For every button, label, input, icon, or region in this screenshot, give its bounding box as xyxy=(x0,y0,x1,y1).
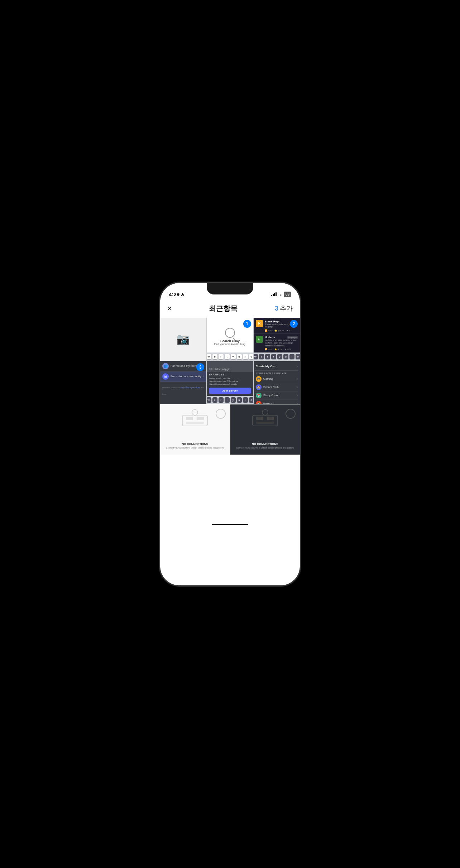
light-connections-title: NO CONNECTIONS xyxy=(182,442,208,446)
cell-replit[interactable]: 2 R Blank Repl A blank repl to build any… xyxy=(254,318,300,361)
svg-point-11 xyxy=(262,409,268,415)
friends-arrow-tmpl: › xyxy=(297,402,298,404)
template-school-club[interactable]: 🏫 School Club › xyxy=(255,383,298,392)
nodejs-name: Node.js xyxy=(265,336,275,339)
school-club-arrow: › xyxy=(297,385,298,389)
school-club-label: School Club xyxy=(263,385,279,389)
top-grid: 📷 1 Search eBay Find your next favorite … xyxy=(160,318,300,361)
discord-club-item[interactable]: 🏛 For a club or community › xyxy=(160,371,206,382)
close-button[interactable]: × xyxy=(167,304,172,313)
svg-rect-2 xyxy=(186,417,193,420)
status-icons: ≈ 69 xyxy=(271,292,291,297)
friends-avatar: 👥 xyxy=(162,363,169,369)
join-server-button[interactable]: Join Server xyxy=(209,388,251,394)
cell-discord-join[interactable]: https://discord.gg/h... EXAMPLES Invites… xyxy=(207,361,253,404)
page-title: 최근항목 xyxy=(209,304,238,313)
signal-icon xyxy=(271,292,277,296)
dark-illustration xyxy=(251,408,279,428)
svg-rect-8 xyxy=(256,417,263,420)
svg-rect-3 xyxy=(197,417,204,420)
phone-screen: 4:29 ≈ 69 × 최근항목 3 추가 xyxy=(160,283,300,585)
create-own-arrow: › xyxy=(296,364,298,369)
dark-connections-title: NO CONNECTIONS xyxy=(252,442,278,446)
create-my-own-row[interactable]: Create My Own › xyxy=(255,363,298,371)
study-group-label: Study Group xyxy=(263,394,279,397)
header-bar: × 최근항목 3 추가 xyxy=(160,301,300,318)
ebay-badge: 1 xyxy=(243,320,251,328)
friends-icon: 👫 xyxy=(256,401,262,404)
dark-connections-desc: Connect your accounts to unlock special … xyxy=(233,447,297,450)
cell-connections-dark[interactable]: NO CONNECTIONS Connect your accounts to … xyxy=(230,404,300,455)
add-button[interactable]: 추가 xyxy=(280,304,293,313)
club-arrow: › xyxy=(203,374,204,378)
search-icon xyxy=(225,328,235,338)
blank-repl-meta: 🔁 replit ⭐ 395.4K ❤ 87 xyxy=(265,329,298,332)
wifi-icon: ≈ xyxy=(279,292,282,297)
nodejs-meta: 🔁 replit ⭐ 4.1M ❤ 429 xyxy=(265,348,298,350)
svg-rect-7 xyxy=(253,415,278,426)
replit-badge: 2 xyxy=(290,320,298,328)
main-content: 📷 1 Search eBay Find your next favorite … xyxy=(160,318,300,455)
gaming-label: Gaming xyxy=(263,377,273,380)
middle-grid: 3 👥 For me and my friends › 🏛 For a club… xyxy=(160,361,300,404)
svg-marker-0 xyxy=(181,293,185,296)
location-icon xyxy=(181,293,185,296)
examples-label: EXAMPLES xyxy=(209,373,251,376)
study-group-arrow: › xyxy=(297,393,298,397)
replit-nodejs: N Node.js languages Node.js is an open-s… xyxy=(254,334,300,352)
cell-camera[interactable]: 📷 xyxy=(160,318,206,361)
cell-discord-template[interactable]: Create My Own › START FROM A TEMPLATE 🎮 … xyxy=(254,361,300,404)
skip-link[interactable]: skip this question xyxy=(181,386,200,389)
friends-label-tmpl: Friends xyxy=(263,402,273,404)
empty-space xyxy=(160,455,300,519)
study-group-icon: 📚 xyxy=(256,393,262,398)
nodejs-icon: N xyxy=(256,336,263,343)
item-count: 3 xyxy=(275,305,278,312)
svg-point-5 xyxy=(192,409,198,415)
status-bar: 4:29 ≈ 69 xyxy=(160,283,300,301)
discord-badge: 3 xyxy=(196,363,204,371)
cell-discord-type[interactable]: 3 👥 For me and my friends › 🏛 For a club… xyxy=(160,361,206,404)
status-time: 4:29 xyxy=(169,291,185,297)
light-illustration xyxy=(181,408,209,428)
template-study-group[interactable]: 📚 Study Group › xyxy=(255,392,298,400)
replit-keyboard: q w e r t y u i o p xyxy=(254,353,300,361)
club-avatar: 🏛 xyxy=(162,373,169,380)
cell-connections-light[interactable]: NO CONNECTIONS Connect your accounts to … xyxy=(160,404,230,455)
template-friends[interactable]: 👫 Friends › xyxy=(255,400,298,404)
ebay-subtitle: Find your next favorite thing. xyxy=(214,343,246,345)
join-keyboard: q w e r t y u i o p xyxy=(207,396,253,404)
svg-rect-10 xyxy=(256,422,274,424)
camera-icon: 📷 xyxy=(177,333,190,345)
gaming-icon: 🎮 xyxy=(256,376,262,382)
create-own-label: Create My Own xyxy=(256,365,277,368)
battery-display: 69 xyxy=(284,292,291,297)
replit-blank-icon: R xyxy=(256,320,263,327)
cell-ebay[interactable]: 1 Search eBay Find your next favorite th… xyxy=(207,318,253,361)
light-circle-overlay xyxy=(216,409,226,419)
keyboard-row: q w e r t y u i o p xyxy=(207,353,253,361)
school-club-icon: 🏫 xyxy=(256,384,262,390)
svg-rect-4 xyxy=(186,422,204,424)
club-label: For a club or community xyxy=(171,375,201,378)
examples-text: Invites should look like https://discord… xyxy=(209,377,251,386)
template-gaming[interactable]: 🎮 Gaming › xyxy=(255,375,298,383)
bottom-grid: NO CONNECTIONS Connect your accounts to … xyxy=(160,404,300,455)
light-connections-desc: Connect your accounts to unlock special … xyxy=(163,447,227,450)
svg-rect-9 xyxy=(267,417,274,420)
skip-note: Not sure? You can xyxy=(162,387,181,389)
home-bar xyxy=(212,524,248,525)
svg-rect-1 xyxy=(182,415,207,426)
ebay-title: Search eBay xyxy=(220,339,240,343)
notch xyxy=(207,283,253,294)
phone-frame: 4:29 ≈ 69 × 최근항목 3 추가 xyxy=(160,283,300,585)
gaming-arrow: › xyxy=(297,377,298,381)
friends-label: For me and my friends xyxy=(171,364,199,368)
time-display: 4:29 xyxy=(169,291,179,297)
dark-circle-overlay xyxy=(286,409,296,419)
template-section-label: START FROM A TEMPLATE xyxy=(256,372,298,374)
languages-badge: languages xyxy=(287,336,298,339)
nodejs-desc: Node.js is an open-source, cross-platfor… xyxy=(265,339,298,347)
header-action: 3 추가 xyxy=(275,304,293,313)
home-indicator xyxy=(160,519,300,530)
